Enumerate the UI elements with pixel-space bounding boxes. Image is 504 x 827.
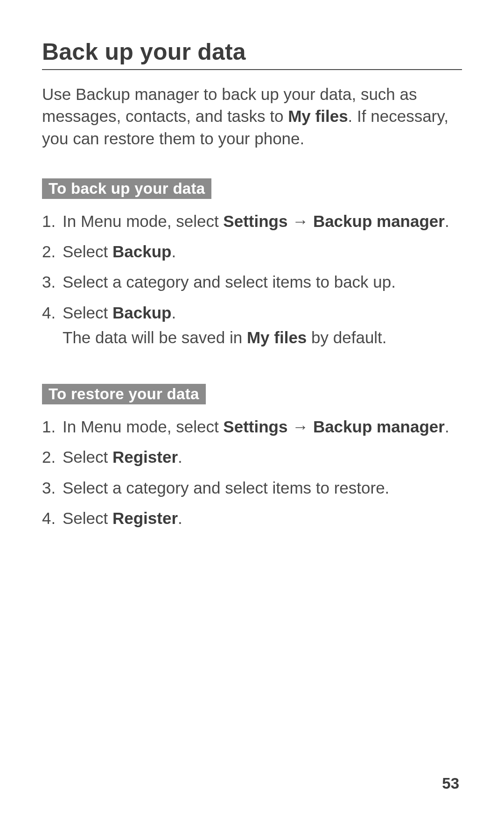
intro-bold-1: My files [288,107,348,125]
step-bold: Backup [112,242,171,261]
step-bold: Backup manager [313,417,445,436]
step-item: In Menu mode, select Settings → Backup m… [42,210,462,232]
step-bold: Register [112,509,178,527]
step-text: In Menu mode, select [63,417,223,436]
step-text: . [445,212,449,230]
page-title: Back up your data [42,38,462,70]
step-text: . [171,304,176,322]
step-text: In Menu mode, select [63,212,223,230]
step-item: Select a category and select items to re… [42,477,462,499]
step-bold: Backup [112,304,171,322]
step-text: Select [63,304,112,322]
step-item: Select a category and select items to ba… [42,271,462,293]
page-number: 53 [442,775,459,792]
step-text: . [178,509,182,527]
document-page: Back up your data Use Backup manager to … [0,0,504,827]
step-text: . [171,242,176,261]
step-subtext: The data will be saved in My files by de… [63,326,462,348]
step-sub-text: The data will be saved in [63,328,247,346]
steps-backup: In Menu mode, select Settings → Backup m… [42,210,462,348]
step-sub-bold: My files [247,328,307,346]
intro-paragraph: Use Backup manager to back up your data,… [42,83,462,149]
step-arrow: → [287,212,313,230]
step-bold: Register [112,448,178,466]
step-item: Select Register. [42,507,462,529]
step-bold: Settings [223,417,287,436]
step-item: Select Register. [42,446,462,468]
step-text: . [178,448,182,466]
step-arrow: → [287,417,313,436]
step-text: Select [63,242,112,261]
step-bold: Backup manager [313,212,445,230]
step-item: Select Backup. The data will be saved in… [42,302,462,349]
step-sub-text: by default. [307,328,386,346]
step-bold: Settings [223,212,287,230]
step-item: Select Backup. [42,240,462,262]
subheading-restore: To restore your data [42,384,206,404]
step-text: Select a category and select items to ba… [63,273,396,291]
step-text: Select a category and select items to re… [63,479,389,497]
step-text: Select [63,448,112,466]
step-item: In Menu mode, select Settings → Backup m… [42,416,462,438]
step-text: Select [63,509,112,527]
step-text: . [445,417,449,436]
subheading-backup: To back up your data [42,178,211,199]
steps-restore: In Menu mode, select Settings → Backup m… [42,416,462,529]
